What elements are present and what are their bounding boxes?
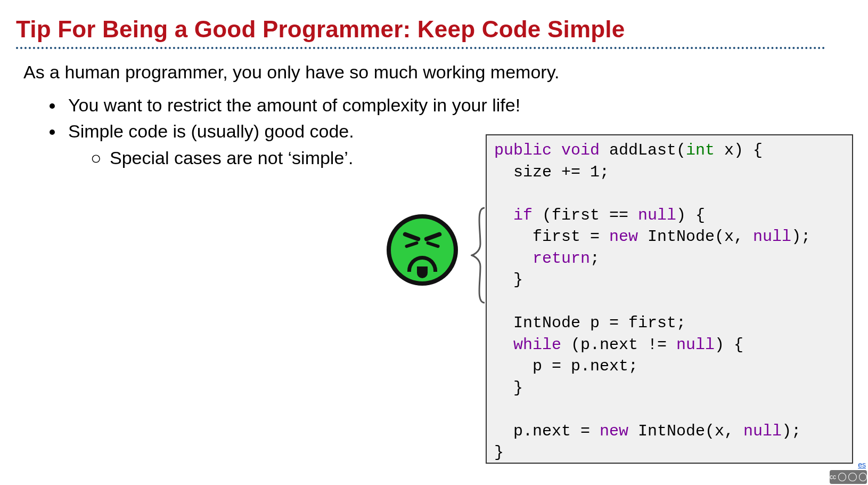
code-keyword: public — [494, 141, 552, 159]
code-text: x) { — [715, 141, 763, 159]
code-block: public void addLast(int x) { size += 1; … — [486, 134, 853, 464]
lead-text: As a human programmer, you only have so … — [23, 62, 852, 83]
brace-icon — [471, 207, 486, 304]
code-keyword: return — [533, 249, 590, 268]
code-keyword: null — [743, 422, 782, 440]
code-text: p.next = — [494, 422, 600, 440]
bullet-text: Simple code is (usually) good code. — [68, 121, 354, 141]
title-underline — [16, 47, 825, 49]
code-text: ; — [590, 249, 600, 268]
code-text: ); — [782, 422, 801, 440]
yuck-face-icon — [387, 214, 458, 286]
code-text: ) { — [676, 206, 705, 224]
code-keyword: while — [513, 336, 561, 354]
code-text — [494, 249, 533, 268]
code-text — [494, 336, 513, 354]
cc-license-icon: cc — [830, 470, 867, 484]
code-keyword: void — [561, 141, 600, 159]
code-text: IntNode(x, — [638, 228, 753, 246]
code-text: IntNode(x, — [628, 422, 743, 440]
code-keyword: null — [753, 228, 791, 246]
code-keyword: null — [676, 336, 715, 354]
cc-text: cc — [830, 473, 836, 481]
code-keyword: null — [638, 206, 676, 224]
bullet-item: You want to restrict the amount of compl… — [64, 92, 852, 118]
cc-nc-icon — [848, 473, 856, 481]
footer-link[interactable]: es — [858, 460, 866, 469]
code-text: } — [494, 443, 504, 462]
code-text: IntNode p = first; — [494, 314, 686, 332]
code-text: addLast( — [600, 141, 686, 159]
code-text: ); — [791, 228, 810, 246]
cc-sa-icon — [859, 473, 867, 481]
slide-title: Tip For Being a Good Programmer: Keep Co… — [16, 16, 852, 43]
code-text: (p.next != — [561, 336, 676, 354]
slide: Tip For Being a Good Programmer: Keep Co… — [0, 0, 868, 485]
code-text: first = — [494, 228, 609, 246]
code-text: (first == — [533, 206, 638, 224]
code-keyword: new — [600, 422, 628, 440]
code-keyword: if — [513, 206, 533, 224]
code-text: ) { — [715, 336, 743, 354]
code-text: size += 1; — [494, 163, 609, 181]
cc-by-icon — [838, 473, 846, 481]
code-keyword: new — [609, 228, 638, 246]
code-text — [494, 206, 513, 224]
code-text: p = p.next; — [494, 357, 638, 375]
code-text: } — [494, 271, 523, 289]
code-type: int — [686, 141, 715, 159]
code-text: } — [494, 379, 523, 397]
